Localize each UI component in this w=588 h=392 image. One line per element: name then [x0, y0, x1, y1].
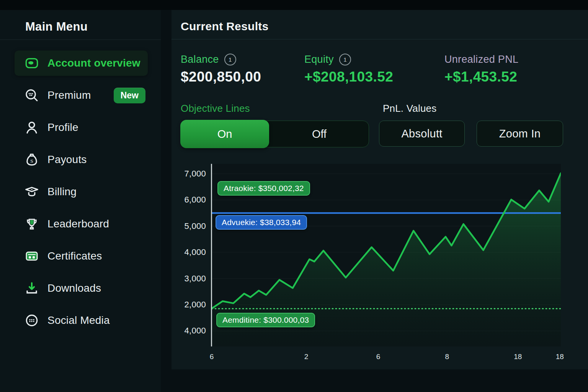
sidebar-title: Main Menu: [25, 20, 88, 34]
certificates-icon: [23, 247, 41, 265]
sidebar-item-label: Payouts: [47, 154, 87, 166]
y-axis-tick: 5,000: [172, 221, 206, 231]
sidebar-item-premium[interactable]: Premium New: [0, 82, 161, 109]
pnl-absolute-button[interactable]: Absolutt: [379, 121, 465, 147]
profile-icon: [23, 119, 41, 136]
y-axis-tick: 3,000: [172, 274, 206, 284]
social-media-icon: [23, 312, 41, 329]
x-axis-tick: 6: [200, 353, 223, 361]
premium-icon: [23, 87, 41, 104]
objective-lines-on-button[interactable]: On: [180, 120, 269, 148]
objective-lines-label: Objective Lines: [181, 103, 250, 114]
sidebar-divider: [0, 39, 161, 40]
sidebar-item-certificates[interactable]: Certificates: [0, 243, 161, 270]
y-axis-tick: 4,000: [172, 247, 206, 257]
page-title: Current Results: [181, 20, 269, 33]
y-axis-tick: 7,000: [172, 169, 206, 179]
main-panel: Current Results Balance 1 $200,850,00 Eq…: [172, 10, 588, 369]
pnl-values-label: PnL. Values: [383, 103, 436, 114]
sidebar-item-account-overview[interactable]: Account overview: [0, 50, 161, 77]
x-axis-tick: 2: [295, 353, 318, 361]
sidebar-item-payouts[interactable]: S Payouts: [0, 146, 161, 173]
svg-text:S: S: [30, 158, 33, 164]
new-badge: New: [114, 88, 145, 103]
x-axis-tick: 6: [367, 353, 390, 361]
unrealized-pnl-stat: Unrealized PNL +$1,453.52: [444, 54, 518, 85]
sidebar-item-label: Leaderboard: [47, 218, 109, 230]
sidebar-item-label: Profile: [47, 121, 78, 134]
y-axis-tick: 4,000: [172, 326, 206, 336]
sidebar-item-social-media[interactable]: Social Media: [0, 307, 161, 334]
unrealized-pnl-label: Unrealized PNL: [444, 54, 518, 65]
y-axis-tick: 2,000: [172, 300, 206, 310]
downloads-icon: [23, 279, 41, 297]
x-axis-tick: 18: [548, 353, 571, 361]
sidebar-menu: Account overview Premium New Profile S: [0, 50, 161, 334]
objective-lines-toggle: On Off: [181, 121, 369, 147]
info-icon[interactable]: 1: [339, 54, 351, 65]
equity-value: +$208,103.52: [304, 69, 393, 85]
annotation-advuekie: Advuekie: $38,033,94: [216, 215, 307, 230]
payouts-icon: S: [23, 151, 41, 168]
account-overview-icon: [23, 54, 41, 72]
objective-lines-off-button[interactable]: Off: [270, 121, 369, 147]
sidebar-item-label: Social Media: [47, 314, 110, 327]
header-divider: [172, 39, 588, 39]
y-axis-line: [211, 164, 212, 346]
annotation-atraokie: Atraokie: $350,002,32: [217, 181, 310, 196]
equity-label: Equity: [304, 54, 334, 65]
unrealized-pnl-value: +$1,453.52: [444, 69, 518, 85]
x-axis-tick: 18: [506, 353, 529, 361]
sidebar-item-leaderboard[interactable]: Leaderboard: [0, 211, 161, 237]
sidebar-item-label: Billing: [47, 186, 77, 198]
sidebar-item-profile[interactable]: Profile: [0, 114, 161, 141]
sidebar-item-billing[interactable]: Billing: [0, 178, 161, 205]
sidebar-item-downloads[interactable]: Downloads: [0, 275, 161, 302]
top-strip: [0, 0, 588, 10]
x-axis-tick: 8: [436, 353, 459, 361]
sidebar: Main Menu Account overview Premium New: [0, 10, 161, 392]
info-icon[interactable]: 1: [224, 54, 236, 65]
leaderboard-icon: [23, 215, 41, 233]
annotation-aemditine: Aemditine: $300.000,03: [216, 313, 315, 327]
balance-stat: Balance 1 $200,850,00: [181, 54, 261, 85]
balance-label: Balance: [181, 54, 219, 65]
balance-value: $200,850,00: [181, 69, 261, 85]
sidebar-item-label: Premium: [47, 89, 91, 101]
trading-dashboard: Main Menu Account overview Premium New: [0, 0, 588, 392]
y-axis-tick: 6,000: [172, 195, 206, 205]
sidebar-item-label: Account overview: [47, 57, 140, 69]
sidebar-item-label: Downloads: [47, 282, 101, 294]
sidebar-item-label: Certificates: [47, 250, 102, 262]
billing-icon: [23, 183, 41, 201]
equity-stat: Equity 1 +$208,103.52: [304, 54, 393, 85]
pnl-zoom-in-button[interactable]: Zoom In: [477, 121, 563, 147]
